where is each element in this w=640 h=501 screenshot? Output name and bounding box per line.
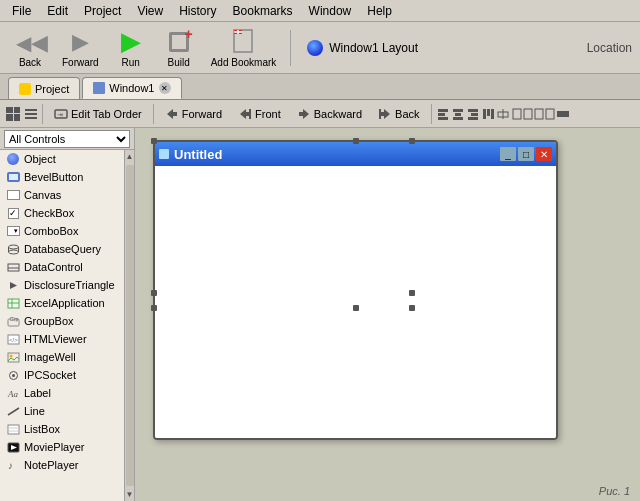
sidebar-header: All Controls	[0, 128, 134, 150]
build-button[interactable]: + Build	[157, 26, 201, 70]
sidebar-item-combobox[interactable]: ▾ ComboBox	[0, 222, 124, 240]
svg-rect-5	[25, 113, 37, 115]
canvas-area[interactable]: Untitled _ □ ✕ Рис. 1	[135, 128, 640, 501]
grid-view-icon[interactable]	[6, 107, 20, 121]
location-icon	[307, 40, 323, 56]
resize-handle-bl[interactable]	[151, 305, 157, 311]
svg-rect-21	[468, 109, 478, 112]
sidebar-item-movieplayer[interactable]: MoviePlayer	[0, 438, 124, 456]
resize-handle-tc[interactable]	[353, 138, 359, 144]
align-center-icon[interactable]	[451, 107, 465, 121]
mock-window[interactable]: Untitled _ □ ✕	[153, 140, 558, 440]
edit-tab-order-button[interactable]: ⇥ Edit Tab Order	[47, 104, 149, 124]
svg-marker-12	[299, 109, 309, 119]
resize-handle-ml[interactable]	[151, 290, 157, 296]
mock-maximize-button[interactable]: □	[518, 147, 534, 161]
list-view-icon[interactable]	[24, 107, 38, 121]
resize-handle-bc[interactable]	[353, 305, 359, 311]
sidebar-item-object[interactable]: Object	[0, 150, 124, 168]
mock-window-icon	[159, 149, 169, 159]
align-right-icon[interactable]	[466, 107, 480, 121]
sidebar-item-label[interactable]: Aa Label	[0, 384, 124, 402]
groupbox-icon: Grp	[6, 314, 20, 328]
mock-minimize-button[interactable]: _	[500, 147, 516, 161]
run-icon: ▶	[115, 28, 147, 56]
listbox-icon	[6, 422, 20, 436]
tab-window1-label: Window1	[109, 82, 154, 94]
run-label: Run	[122, 57, 140, 68]
back-label: Back	[19, 57, 41, 68]
resize-handle-tr[interactable]	[409, 138, 415, 144]
menu-window[interactable]: Window	[301, 2, 360, 20]
svg-rect-19	[455, 113, 461, 116]
tab-project[interactable]: Project	[8, 77, 80, 99]
secondary-toolbar: ⇥ Edit Tab Order Forward Front Backward …	[0, 100, 640, 128]
location-text: Window1 Layout	[329, 41, 566, 55]
sidebar-item-canvas[interactable]: Canvas	[0, 186, 124, 204]
mock-titlebar: Untitled _ □ ✕	[155, 142, 556, 166]
menu-bookmarks[interactable]: Bookmarks	[225, 2, 301, 20]
svg-rect-32	[546, 109, 554, 119]
menu-edit[interactable]: Edit	[39, 2, 76, 20]
backward-button[interactable]: Backward	[290, 104, 369, 124]
mock-window-body[interactable]	[155, 166, 556, 438]
project-tab-icon	[19, 83, 31, 95]
scroll-down-button[interactable]: ▼	[124, 488, 134, 501]
resize-handle-br[interactable]	[409, 305, 415, 311]
sidebar-item-htmlviewer[interactable]: </> HTMLViewer	[0, 330, 124, 348]
forward-button[interactable]: ▶ Forward	[56, 26, 105, 70]
htmlviewer-icon: </>	[6, 332, 20, 346]
object-icon	[6, 152, 20, 166]
menu-help[interactable]: Help	[359, 2, 400, 20]
sidebar-item-datacontrol[interactable]: DataControl	[0, 258, 124, 276]
tab-close-button[interactable]: ✕	[159, 82, 171, 94]
sidebar-item-listbox[interactable]: ListBox	[0, 420, 124, 438]
controls-dropdown[interactable]: All Controls	[4, 130, 130, 148]
sidebar-item-line[interactable]: Line	[0, 402, 124, 420]
scroll-up-button[interactable]: ▲	[124, 150, 134, 163]
alignment-icons	[436, 107, 571, 121]
distribute-icon[interactable]	[496, 107, 510, 121]
menu-file[interactable]: File	[4, 2, 39, 20]
mock-close-button[interactable]: ✕	[536, 147, 552, 161]
forward-order-button[interactable]: Forward	[158, 104, 229, 124]
excelapplication-icon	[6, 296, 20, 310]
back-order-button[interactable]: Back	[371, 104, 426, 124]
resize-handle-mr[interactable]	[409, 290, 415, 296]
sidebar-item-noteplayer[interactable]: ♪ NotePlayer	[0, 456, 124, 474]
databasequery-icon	[6, 242, 20, 256]
align-left-icon[interactable]	[436, 107, 450, 121]
sidebar-item-databasequery[interactable]: DatabaseQuery	[0, 240, 124, 258]
menu-view[interactable]: View	[129, 2, 171, 20]
svg-rect-18	[453, 109, 463, 112]
svg-rect-30	[524, 109, 532, 119]
svg-rect-55	[8, 425, 19, 434]
back-button[interactable]: ◀ Back	[8, 26, 52, 70]
svg-point-52	[12, 374, 15, 377]
menu-project[interactable]: Project	[76, 2, 129, 20]
align-top-icon[interactable]	[481, 107, 495, 121]
menu-history[interactable]: History	[171, 2, 224, 20]
sidebar-item-groupbox[interactable]: Grp GroupBox	[0, 312, 124, 330]
front-icon	[238, 107, 252, 121]
resize-handle-tl[interactable]	[151, 138, 157, 144]
run-button[interactable]: ▶ Run	[109, 26, 153, 70]
sidebar-scrollbar[interactable]: ▲ ▼	[124, 150, 134, 501]
front-button[interactable]: Front	[231, 104, 288, 124]
sidebar-item-ipcsocket[interactable]: IPCSocket	[0, 366, 124, 384]
backward-icon	[297, 107, 311, 121]
add-bookmark-button[interactable]: Add Bookmark	[205, 26, 283, 70]
ipcsocket-icon	[6, 368, 20, 382]
tab-window1[interactable]: Window1 ✕	[82, 77, 181, 99]
sidebar-item-imagewell[interactable]: ImageWell	[0, 348, 124, 366]
sidebar-item-excelapplication[interactable]: ExcelApplication	[0, 294, 124, 312]
sidebar-item-checkbox[interactable]: ✓ CheckBox	[0, 204, 124, 222]
imagewell-icon	[6, 350, 20, 364]
svg-point-34	[8, 245, 18, 249]
svg-rect-16	[438, 113, 445, 116]
tab-order-icon: ⇥	[54, 107, 68, 121]
sidebar-item-bevelbutton[interactable]: BevelButton	[0, 168, 124, 186]
svg-rect-33	[557, 111, 569, 117]
scroll-thumb[interactable]	[126, 165, 134, 486]
sidebar-item-disclosuretriangle[interactable]: DisclosureTriangle	[0, 276, 124, 294]
